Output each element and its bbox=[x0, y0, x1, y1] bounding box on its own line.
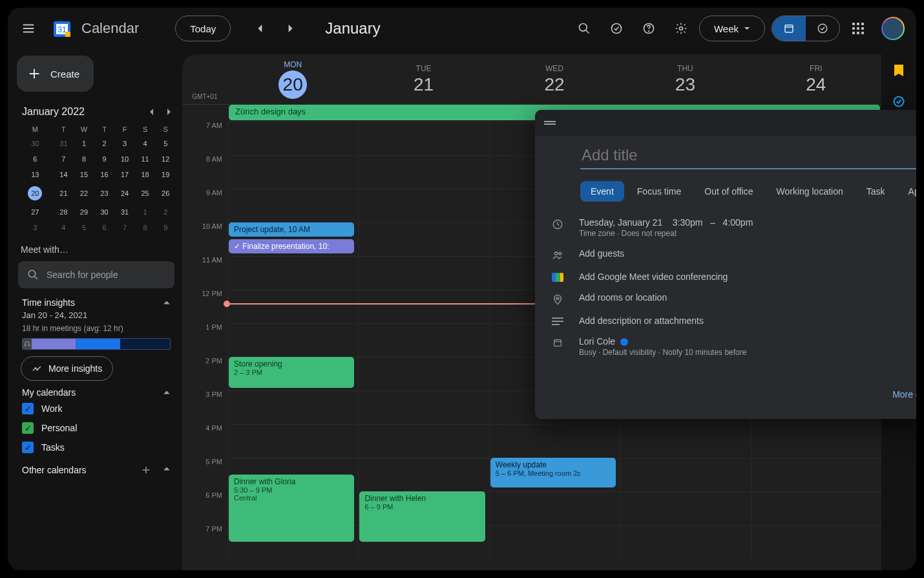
keep-icon[interactable] bbox=[892, 65, 906, 79]
mini-day[interactable]: 4 bbox=[135, 136, 156, 151]
mini-day[interactable]: 2 bbox=[155, 204, 176, 220]
mini-day[interactable]: 27 bbox=[17, 204, 54, 220]
day-header[interactable]: FRI24 bbox=[751, 54, 881, 104]
search-icon[interactable] bbox=[570, 14, 598, 43]
mini-day[interactable]: 30 bbox=[17, 136, 54, 151]
time-insights-header[interactable]: Time insights bbox=[17, 291, 176, 309]
expand-other-button[interactable] bbox=[163, 465, 171, 475]
calendar-event[interactable]: Dinner with Helen6 – 9 PM bbox=[359, 491, 485, 542]
mini-day[interactable]: 28 bbox=[54, 204, 74, 220]
mini-day[interactable]: 6 bbox=[94, 220, 115, 235]
main-menu-icon[interactable] bbox=[14, 14, 43, 43]
my-calendars-header[interactable]: My calendars bbox=[17, 381, 176, 399]
mini-day[interactable]: 18 bbox=[135, 167, 156, 182]
mini-day[interactable]: 14 bbox=[54, 167, 74, 182]
day-header[interactable]: WED22 bbox=[489, 54, 620, 104]
tasks-panel-icon[interactable] bbox=[892, 94, 906, 109]
mini-day[interactable]: 6 bbox=[17, 151, 54, 167]
event-time-row[interactable]: Tuesday, January 21 3:30pm – 4:00pm Time… bbox=[579, 217, 753, 238]
search-people-input[interactable]: Search for people bbox=[18, 261, 174, 288]
mini-day[interactable]: 5 bbox=[74, 220, 94, 235]
mini-day[interactable]: 5 bbox=[155, 136, 176, 151]
mini-day[interactable]: 31 bbox=[114, 204, 135, 220]
mini-day[interactable]: 8 bbox=[74, 151, 94, 167]
mini-day[interactable]: 15 bbox=[74, 167, 94, 182]
mini-day[interactable]: 1 bbox=[135, 204, 156, 220]
other-calendars-header[interactable]: Other calendars bbox=[17, 457, 176, 480]
mini-day[interactable]: 12 bbox=[155, 151, 176, 167]
day-header[interactable]: MON20 bbox=[227, 54, 358, 104]
event-type-tab[interactable]: Working location bbox=[766, 181, 854, 202]
mini-day[interactable]: 9 bbox=[155, 220, 176, 235]
prev-period-button[interactable] bbox=[246, 14, 275, 43]
mini-day[interactable]: 17 bbox=[114, 167, 135, 182]
mini-day[interactable]: 8 bbox=[135, 220, 156, 235]
calendar-mode-button[interactable] bbox=[772, 16, 806, 41]
settings-gear-icon[interactable] bbox=[667, 14, 695, 43]
day-header[interactable]: THU23 bbox=[620, 54, 750, 104]
calendar-logo-icon: 31 bbox=[50, 17, 74, 40]
calendar-event[interactable]: Dinner with Gloria5:30 – 9 PMCentral bbox=[229, 475, 354, 542]
tasks-mode-button[interactable] bbox=[806, 16, 839, 41]
calendar-event[interactable]: ✓ Finalize presentation, 10: bbox=[229, 239, 354, 253]
calendar-toggle[interactable]: ✓Personal bbox=[17, 418, 176, 438]
calendar-toggle[interactable]: ✓Tasks bbox=[17, 438, 176, 457]
mini-next-button[interactable] bbox=[165, 109, 172, 115]
mini-day[interactable]: 11 bbox=[135, 151, 156, 167]
insights-icon bbox=[32, 363, 42, 374]
add-description-row[interactable]: Add description or attachments bbox=[549, 310, 916, 331]
mini-day[interactable]: 30 bbox=[94, 204, 115, 220]
event-type-tab[interactable]: Out of office bbox=[694, 181, 763, 202]
calendar-event[interactable]: Store opening2 – 3 PM bbox=[229, 357, 354, 388]
create-button[interactable]: Create bbox=[17, 56, 94, 92]
drag-handle-icon[interactable] bbox=[544, 120, 556, 126]
more-options-button[interactable]: More options bbox=[892, 389, 916, 400]
mini-day[interactable]: 21 bbox=[54, 182, 74, 204]
help-icon[interactable] bbox=[635, 14, 663, 43]
event-type-tab[interactable]: Focus time bbox=[627, 181, 691, 202]
event-type-tab[interactable]: Event bbox=[580, 181, 624, 202]
mini-day[interactable]: 22 bbox=[74, 182, 94, 204]
add-meet-row[interactable]: Add Google Meet video conferencing bbox=[549, 266, 916, 287]
mini-day[interactable]: 10 bbox=[114, 151, 135, 167]
calendar-event[interactable]: Weekly update5 – 6 PM, Meeting room 2c bbox=[490, 458, 616, 487]
mini-day[interactable]: 2 bbox=[94, 136, 115, 151]
ti-meeting-hours: 18 hr in meetings (avg: 12 hr) bbox=[17, 321, 176, 338]
add-calendar-button[interactable] bbox=[141, 465, 151, 475]
google-apps-icon[interactable] bbox=[844, 14, 872, 43]
mini-day[interactable]: 13 bbox=[17, 167, 54, 182]
next-period-button[interactable] bbox=[276, 14, 304, 43]
ti-range: Jan 20 - 24, 2021 bbox=[17, 309, 176, 321]
mini-day[interactable]: 16 bbox=[94, 167, 115, 182]
mini-day[interactable]: 3 bbox=[17, 220, 54, 235]
today-button[interactable]: Today bbox=[175, 16, 231, 41]
mini-day[interactable]: 31 bbox=[54, 136, 74, 151]
mini-day[interactable]: 1 bbox=[74, 136, 94, 151]
event-type-tab[interactable]: Appointment schedule bbox=[898, 181, 916, 202]
mini-day[interactable]: 7 bbox=[54, 151, 74, 167]
calendar-toggle[interactable]: ✓Work bbox=[17, 399, 176, 418]
mini-day[interactable]: 26 bbox=[155, 182, 176, 204]
mini-day[interactable]: 25 bbox=[135, 182, 156, 204]
event-type-tab[interactable]: Task bbox=[856, 181, 896, 202]
calendar-owner-row[interactable]: Lori Cole Busy · Default visibility · No… bbox=[549, 331, 916, 362]
mini-day[interactable]: 19 bbox=[155, 167, 176, 182]
add-guests-row[interactable]: Add guests bbox=[549, 243, 916, 266]
account-avatar[interactable] bbox=[881, 17, 905, 40]
add-location-row[interactable]: Add rooms or location bbox=[549, 287, 916, 310]
calendar-event[interactable]: Project update, 10 AM bbox=[229, 222, 354, 237]
day-header[interactable]: TUE21 bbox=[358, 54, 488, 104]
view-switcher[interactable]: Week bbox=[699, 16, 765, 41]
mini-prev-button[interactable] bbox=[149, 109, 155, 115]
more-insights-button[interactable]: More insights bbox=[21, 356, 113, 381]
mini-day[interactable]: 3 bbox=[114, 136, 135, 151]
mini-day[interactable]: 9 bbox=[94, 151, 115, 167]
mini-day[interactable]: 20 bbox=[17, 182, 54, 204]
mini-day[interactable]: 29 bbox=[74, 204, 94, 220]
tasks-check-icon[interactable] bbox=[602, 14, 631, 43]
mini-day[interactable]: 24 bbox=[114, 182, 135, 204]
mini-day[interactable]: 7 bbox=[114, 220, 135, 235]
mini-day[interactable]: 4 bbox=[54, 220, 74, 235]
event-title-input[interactable] bbox=[580, 142, 916, 169]
mini-day[interactable]: 23 bbox=[94, 182, 115, 204]
